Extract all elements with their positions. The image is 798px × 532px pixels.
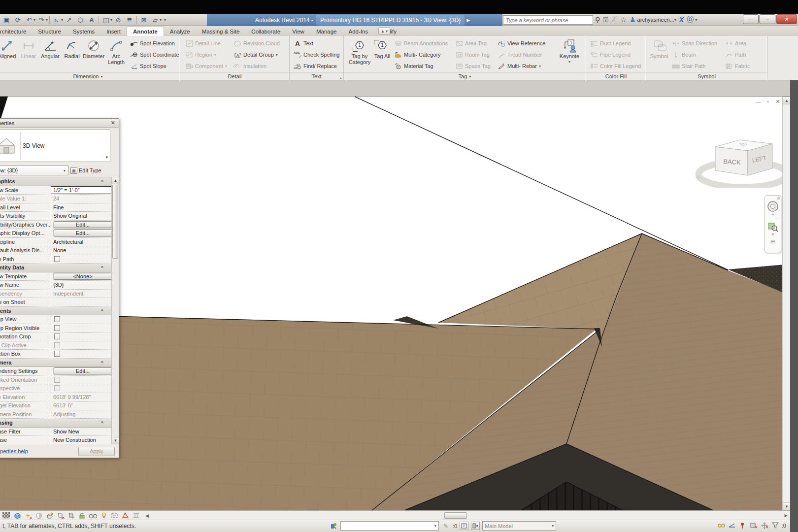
- crop-view-icon[interactable]: ✕: [56, 512, 65, 520]
- zoom-dropdown-icon[interactable]: ▾: [765, 232, 781, 236]
- unlocked-3d-view-icon[interactable]: [78, 512, 86, 520]
- tab-insert[interactable]: Insert: [100, 27, 127, 36]
- tag-all-button[interactable]: 1 Tag All: [372, 37, 392, 70]
- close-button[interactable]: ✕: [776, 14, 797, 24]
- restore-button[interactable]: ▫: [760, 14, 775, 24]
- help-dropdown-icon[interactable]: ▾: [695, 18, 697, 22]
- palette-scroll-thumb[interactable]: [112, 185, 118, 259]
- detail-group-button[interactable]: A Detail Group▾: [233, 50, 278, 60]
- drag-elements-icon[interactable]: ✕: [760, 521, 769, 530]
- save-icon[interactable]: ▣: [1, 15, 12, 25]
- wheel-dropdown-icon[interactable]: ▾: [765, 212, 781, 217]
- help-search-input[interactable]: [503, 15, 593, 25]
- undo-dropdown-icon[interactable]: ▾: [33, 18, 35, 22]
- close-hidden-windows-icon[interactable]: ⊠: [138, 15, 149, 25]
- search-icon[interactable]: ⚲: [595, 16, 600, 24]
- help-icon[interactable]: ⓪: [687, 15, 694, 24]
- title-expand-arrow-icon[interactable]: ▶: [466, 18, 470, 23]
- switch-windows-icon[interactable]: ▱: [150, 15, 161, 25]
- horizontal-scroll-thumb[interactable]: [444, 512, 467, 519]
- editable-only-icon[interactable]: ✎: [441, 522, 450, 530]
- visual-style-icon[interactable]: [13, 512, 21, 520]
- keynote-button[interactable]: 1 Keynote▾: [557, 37, 582, 70]
- default-analysis-field[interactable]: None: [51, 246, 112, 255]
- properties-help-link[interactable]: Properties help: [0, 448, 28, 454]
- viewport-close-icon[interactable]: ✕: [774, 99, 781, 104]
- tag-by-category-icon[interactable]: ⬡: [75, 15, 86, 25]
- section-identity-data[interactable]: Identity Data^: [0, 264, 112, 272]
- exit-worksharing-icon[interactable]: [471, 522, 480, 530]
- tag-by-category-button[interactable]: 1 Tag by Category: [347, 37, 372, 70]
- scroll-down-icon[interactable]: ▼: [783, 502, 791, 510]
- shadows-icon[interactable]: [34, 512, 43, 520]
- select-links-icon[interactable]: [717, 521, 726, 530]
- tab-massing-site[interactable]: Massing & Site: [196, 27, 246, 36]
- rendering-settings-edit-button[interactable]: Edit...: [54, 367, 112, 374]
- parts-visibility-field[interactable]: Show Original: [51, 212, 112, 220]
- viewcube[interactable]: N W TOP BACK LEFT: [690, 129, 793, 190]
- viewport-restore-icon[interactable]: ▫: [765, 99, 771, 104]
- default-3d-view-icon[interactable]: ◫: [100, 15, 111, 25]
- palette-scroll-up-icon[interactable]: ▲: [112, 177, 119, 184]
- tab-manage[interactable]: Manage: [310, 27, 343, 36]
- spot-coordinate-button[interactable]: Spot Coordinate: [130, 50, 179, 60]
- favorites-star-icon[interactable]: ☆: [620, 16, 627, 24]
- tab-structure[interactable]: Structure: [32, 27, 67, 36]
- design-options-combobox[interactable]: Main Model▾: [482, 521, 556, 531]
- aligned-dimension-button[interactable]: Aligned: [0, 37, 18, 70]
- sun-path-icon[interactable]: ☀✕: [24, 512, 32, 520]
- select-underlay-icon[interactable]: [728, 521, 736, 530]
- diameter-dimension-button[interactable]: Diameter: [83, 37, 104, 70]
- active-workset-combobox[interactable]: ▾: [340, 521, 439, 531]
- scroll-up-icon[interactable]: ▲: [783, 97, 791, 104]
- edit-type-button[interactable]: ▦ Edit Type: [70, 167, 101, 174]
- section-icon[interactable]: ⊘: [113, 15, 124, 25]
- 3d-view-dropdown-icon[interactable]: ▾: [110, 18, 112, 22]
- spot-slope-button[interactable]: Spot Slope: [130, 61, 166, 71]
- view-name-field[interactable]: {3D}: [51, 281, 112, 289]
- view-reference-button[interactable]: 1 View Reference: [498, 38, 545, 48]
- apply-button[interactable]: Apply: [78, 447, 115, 456]
- phase-field[interactable]: New Construction: [51, 436, 112, 444]
- multi-rebar-button[interactable]: Multi- Rebar▾: [498, 61, 541, 71]
- undo-icon[interactable]: ↶: [24, 15, 34, 25]
- tab-view[interactable]: View: [286, 27, 310, 36]
- crop-region-visible-checkbox[interactable]: [54, 325, 60, 331]
- text-dialog-launcher-icon[interactable]: ⌞: [340, 74, 342, 79]
- text-button[interactable]: A Text: [294, 38, 313, 48]
- type-selector[interactable]: 3D View ▾: [0, 130, 110, 162]
- section-graphics[interactable]: Graphics^: [0, 177, 112, 186]
- tab-addins[interactable]: Add-Ins: [342, 27, 374, 36]
- show-crop-region-icon[interactable]: [67, 512, 75, 520]
- spot-elevation-button[interactable]: Spot Elevation: [130, 38, 175, 48]
- type-selector-dropdown-icon[interactable]: ▾: [105, 155, 108, 160]
- select-pinned-icon[interactable]: [738, 521, 747, 530]
- steering-wheel-icon[interactable]: [765, 200, 781, 212]
- user-account-menu[interactable]: ♟ archyasmeen... ▾: [630, 16, 676, 24]
- palette-scroll-down-icon[interactable]: ▼: [112, 437, 119, 444]
- aligned-dimension-icon[interactable]: ↗: [64, 15, 74, 25]
- multi-category-button[interactable]: 1 Multi- Category: [394, 50, 441, 60]
- section-box-checkbox[interactable]: [54, 351, 60, 357]
- select-elements-by-face-icon[interactable]: ✕: [749, 521, 758, 530]
- viewport-minimize-icon[interactable]: —: [755, 99, 762, 104]
- text-icon[interactable]: A: [86, 15, 97, 25]
- title-on-sheet-field[interactable]: [51, 298, 112, 306]
- communication-icon[interactable]: ☄: [611, 16, 618, 24]
- view-combobox[interactable]: View: {3D}▾: [0, 166, 68, 175]
- highlight-analytical-model-icon[interactable]: [121, 512, 130, 520]
- redo-dropdown-icon[interactable]: ▾: [46, 18, 48, 22]
- thin-lines-icon[interactable]: ≣: [124, 15, 135, 25]
- find-replace-button[interactable]: →ACAB Find/ Replace: [294, 61, 337, 71]
- crop-view-checkbox[interactable]: [54, 316, 60, 322]
- selection-filter-icon[interactable]: [771, 521, 780, 530]
- temporary-hide-isolate-icon[interactable]: [89, 512, 97, 520]
- display-options-edit-button[interactable]: Edit...: [54, 230, 112, 236]
- tab-collaborate[interactable]: Collaborate: [245, 27, 286, 36]
- pan-tool-icon[interactable]: ⊖: [765, 238, 781, 245]
- section-extents[interactable]: Extents^: [0, 307, 112, 316]
- vertical-scrollbar[interactable]: ▲ ▼: [782, 97, 790, 510]
- customize-qat-icon[interactable]: ▾: [164, 18, 166, 22]
- measure-icon[interactable]: ⊾: [51, 15, 62, 25]
- measure-dropdown-icon[interactable]: ▾: [61, 18, 63, 22]
